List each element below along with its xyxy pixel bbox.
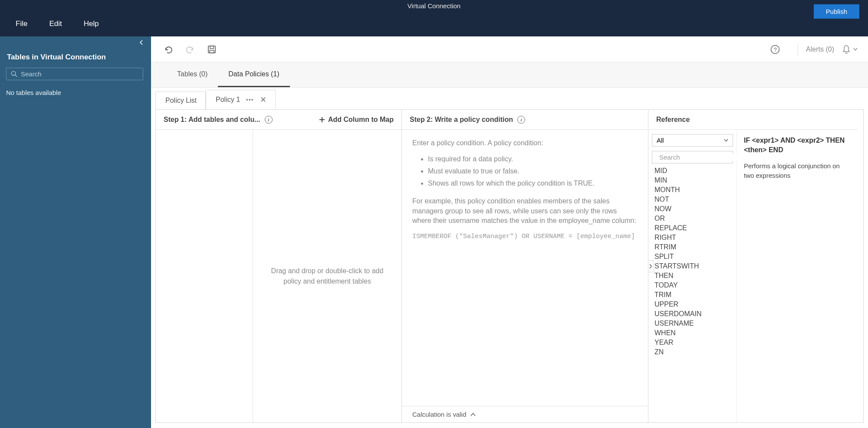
function-item[interactable]: STARTSWITH [652,261,732,271]
policy-tab-menu-icon[interactable]: ••• [246,96,254,103]
function-item[interactable]: SPLIT [652,252,732,261]
close-icon[interactable]: ✕ [260,95,266,105]
step1-table-list[interactable] [156,130,253,422]
svg-rect-4 [210,50,214,53]
function-filter-select[interactable]: All [652,134,733,147]
function-item[interactable]: NOT [652,195,732,204]
reference-pane: Reference All MIDMINMONTHNOTNOWORREPLACE… [648,110,858,422]
sidebar-collapse-button[interactable] [136,37,147,48]
redo-button[interactable] [183,42,197,56]
function-item[interactable]: RIGHT [652,233,732,242]
policy-list-tab[interactable]: Policy List [155,91,206,109]
function-item[interactable]: TRIM [652,290,732,300]
policy-1-label: Policy 1 [216,96,240,104]
policy-condition-editor[interactable]: Enter a policy condition. A policy condi… [402,130,648,406]
step2-pane: Step 2: Write a policy condition i Enter… [402,110,648,422]
help-button[interactable]: ? [768,42,782,56]
step2-intro: Enter a policy condition. A policy condi… [412,138,638,148]
function-item[interactable]: USERNAME [652,319,732,328]
info-icon[interactable]: i [265,116,273,124]
redo-icon [185,45,195,54]
function-item[interactable]: MIN [652,176,732,185]
function-item[interactable]: USERDOMAIN [652,309,732,319]
sidebar-empty-msg: No tables available [6,89,143,96]
tab-tables[interactable]: Tables (0) [167,62,218,87]
svg-text:?: ? [773,46,776,53]
function-item[interactable]: RTRIM [652,242,732,252]
sidebar-search[interactable] [6,68,143,80]
function-syntax: IF <expr1> AND <expr2> THEN <then> END [744,136,851,155]
search-icon [11,71,17,77]
menu-edit[interactable]: Edit [49,20,62,28]
step2-bullets: Is required for a data policy. Must eval… [428,154,638,189]
svg-rect-3 [210,46,214,49]
function-item[interactable]: REPLACE [652,223,732,233]
add-column-button[interactable]: Add Column to Map [319,116,394,124]
chevron-down-icon [853,48,858,51]
menu-file[interactable]: File [16,20,27,28]
calc-status: Calculation is valid [412,411,466,418]
function-item[interactable]: YEAR [652,338,732,347]
step2-bullet: Shows all rows for which the policy cond… [428,178,638,189]
function-filter-value: All [657,137,664,144]
app-title: Virtual Connection [408,2,460,10]
function-item[interactable]: WHEN [652,328,732,338]
step1-pane: Step 1: Add tables and colu... i Add Col… [156,110,402,422]
function-search[interactable] [652,151,733,163]
tab-data-policies[interactable]: Data Policies (1) [218,62,289,87]
reference-title: Reference [656,116,690,124]
function-item[interactable]: MONTH [652,185,732,195]
function-item[interactable]: THEN [652,271,732,281]
svg-point-0 [11,71,15,75]
function-item[interactable]: OR [652,214,732,223]
left-sidebar: Tables in Virtual Connection No tables a… [0,36,151,428]
function-item[interactable]: UPPER [652,300,732,309]
sidebar-heading: Tables in Virtual Connection [7,53,143,62]
undo-button[interactable] [161,42,175,56]
step2-example-intro: For example, this policy condition enabl… [412,196,638,225]
step2-example-code: ISMEMBEROF ("SalesManager") OR USERNAME … [412,232,638,242]
save-icon [207,45,217,54]
step1-drop-zone[interactable]: Drag and drop or double-click to add pol… [253,130,401,422]
function-search-input[interactable] [659,154,742,161]
step2-title: Step 2: Write a policy condition [410,116,513,124]
function-item[interactable]: ZN [652,347,732,357]
expand-handle[interactable] [648,260,654,272]
bell-icon [842,45,851,54]
save-button[interactable] [205,42,219,56]
step1-title: Step 1: Add tables and colu... [164,116,260,124]
help-icon: ? [770,45,780,54]
chevron-down-icon [724,139,728,142]
undo-icon [164,45,173,54]
info-icon[interactable]: i [517,116,525,124]
function-description: Performs a logical conjunction on two ex… [744,161,851,181]
step2-bullet: Must evaluate to true or false. [428,166,638,176]
plus-icon [319,116,326,123]
function-item[interactable]: MID [652,166,732,176]
menu-help[interactable]: Help [84,20,99,28]
step2-bullet: Is required for a data policy. [428,154,638,164]
alerts-label[interactable]: Alerts (0) [806,46,834,53]
chevron-right-icon [649,263,652,269]
policy-1-tab[interactable]: Policy 1 ••• ✕ [206,90,276,109]
policy-list-label: Policy List [165,97,197,105]
function-item[interactable]: TODAY [652,281,732,290]
sidebar-search-input[interactable] [21,70,138,78]
function-list[interactable]: MIDMINMONTHNOTNOWORREPLACERIGHTRTRIMSPLI… [652,166,733,422]
notifications-button[interactable] [842,45,858,54]
chevron-up-icon[interactable] [470,412,476,417]
function-item[interactable]: NOW [652,204,732,214]
add-column-label: Add Column to Map [328,116,394,124]
step1-drop-hint: Drag and drop or double-click to add pol… [266,266,388,287]
svg-line-1 [15,75,17,77]
